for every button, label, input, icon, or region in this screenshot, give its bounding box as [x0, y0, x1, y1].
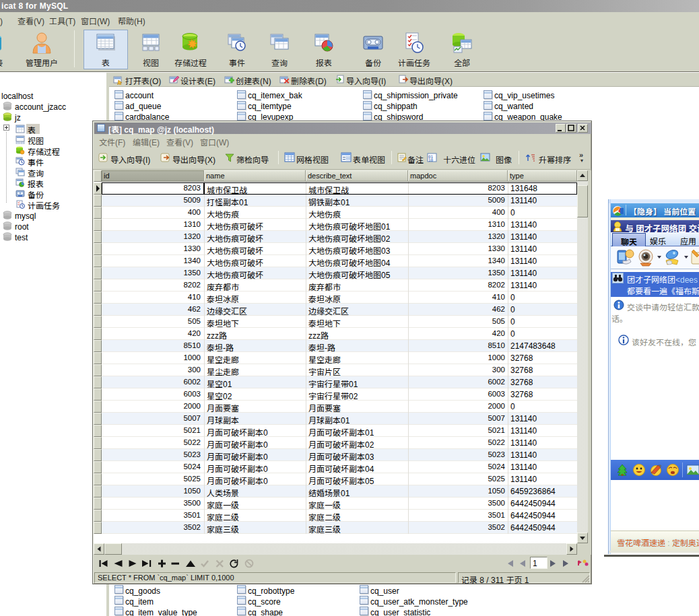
svg-text:10: 10 [428, 158, 434, 162]
